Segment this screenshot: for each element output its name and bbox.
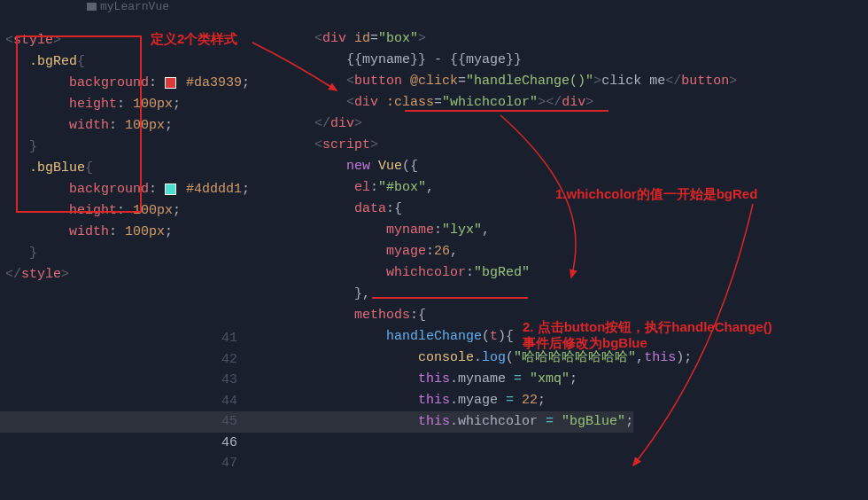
annotation-initial: 1.whichcolor的值一开始是bgRed	[555, 186, 757, 203]
annotation-change: 2. 点击button按钮，执行handleChange()事件后修改为bgBl…	[523, 319, 772, 351]
main-code-block[interactable]: <div id="box"> {{myname}} - {{myage}} <b…	[314, 7, 737, 454]
line-number: 43	[204, 370, 248, 391]
color-swatch-red	[165, 77, 176, 89]
code-editor: myLearnVue <style> .bgRed{ background: #…	[0, 0, 868, 7]
line-number: 44	[204, 391, 248, 412]
line-gutter: 41 42 43 44 45 46 47	[204, 4, 248, 474]
line-number: 45	[204, 411, 248, 433]
line-number: 41	[204, 328, 248, 349]
line-number: 46	[204, 433, 248, 454]
underline-whichcolor	[372, 297, 528, 299]
line-number: 47	[204, 453, 248, 474]
underline-class	[405, 110, 608, 112]
color-swatch-cyan	[165, 184, 176, 195]
line-number: 42	[204, 349, 248, 371]
annotation-define: 定义2个类样式	[151, 31, 237, 48]
